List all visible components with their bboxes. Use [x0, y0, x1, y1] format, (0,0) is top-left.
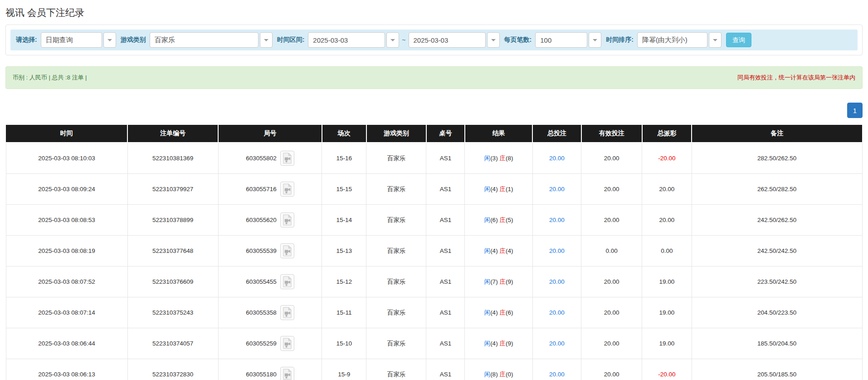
cell-game-type: 百家乐 [366, 205, 426, 236]
cell-result: 闲(8) 庄(0) [465, 359, 532, 380]
total-bet-link[interactable]: 20.00 [549, 186, 565, 192]
result-player: 闲(4) [484, 247, 498, 254]
page-size-dropdown-button[interactable] [589, 32, 601, 48]
cell-table-no: AS1 [426, 174, 465, 205]
cell-game-type: 百家乐 [366, 359, 426, 380]
round-no-wrap: 603055620 [221, 212, 319, 227]
date-separator: ~ [402, 36, 405, 44]
cell-game-type: 百家乐 [366, 174, 426, 205]
chevron-down-icon [713, 39, 717, 41]
play-video-button[interactable] [280, 243, 294, 258]
date-from-value[interactable]: 2025-03-03 [308, 32, 385, 48]
play-video-button[interactable] [280, 274, 294, 289]
table-row: 2025-03-03 08:08:53522310378899603055620… [6, 205, 862, 236]
cell-result: 闲(4) 庄(4) [465, 236, 532, 266]
banker-count: (1) [506, 186, 513, 192]
filter-panel: 请选择: 日期查询 游戏类别 百家乐 时间区间: 2025-03-03 ~ 20… [5, 25, 863, 55]
round-no-text: 603055180 [246, 371, 277, 378]
play-video-button[interactable] [280, 367, 294, 380]
date-to-dropdown-button[interactable] [487, 32, 500, 48]
total-bet-link[interactable]: 20.00 [549, 278, 565, 285]
table-row: 2025-03-03 08:06:44522310374057603055259… [6, 328, 862, 359]
cell-session: 15-13 [322, 236, 366, 266]
page-1-button[interactable]: 1 [847, 103, 863, 118]
total-bet-link[interactable]: 20.00 [549, 309, 565, 316]
column-header: 结果 [465, 125, 532, 143]
round-no-text: 603055358 [246, 309, 277, 316]
cell-payout: 20.00 [642, 205, 692, 236]
play-video-button[interactable] [280, 305, 294, 320]
result-banker: 庄(4) [499, 247, 513, 254]
date-from-dropdown-button[interactable] [386, 32, 399, 48]
total-bet-link[interactable]: 20.00 [549, 217, 565, 223]
cell-bet-no: 522310374057 [127, 328, 218, 359]
cell-time: 2025-03-03 08:08:19 [6, 236, 127, 266]
round-no-text: 603055716 [246, 186, 277, 192]
date-from-select[interactable]: 2025-03-03 [308, 32, 399, 48]
cell-total-bet: 20.00 [532, 359, 581, 380]
cell-game-type: 百家乐 [366, 328, 426, 359]
player-count: (8) [490, 371, 498, 378]
sort-select[interactable]: 降幂(由大到小) [637, 32, 722, 48]
cell-game-type: 百家乐 [366, 143, 426, 174]
query-type-select[interactable]: 日期查询 [41, 32, 116, 48]
currency-total-info: 币别 : 人民币 | 总共 :8 注单 | [13, 74, 87, 82]
video-file-icon [283, 276, 292, 287]
play-video-button[interactable] [280, 151, 294, 166]
result-banker: 庄(9) [499, 278, 513, 285]
round-no-wrap: 603055180 [221, 367, 319, 380]
banker-char: 庄 [499, 247, 506, 254]
cell-total-bet: 20.00 [532, 266, 581, 297]
result-player: 闲(4) [484, 186, 498, 192]
date-to-select[interactable]: 2025-03-03 [409, 32, 500, 48]
play-video-button[interactable] [280, 212, 294, 227]
player-count: (4) [490, 309, 498, 316]
sort-value[interactable]: 降幂(由大到小) [637, 32, 707, 48]
banker-count: (0) [506, 371, 513, 378]
column-header: 桌号 [426, 125, 465, 143]
cell-valid-bet: 20.00 [581, 297, 642, 328]
player-char: 闲 [484, 247, 491, 254]
column-header: 局号 [218, 125, 322, 143]
video-file-icon [283, 369, 292, 380]
game-type-select[interactable]: 百家乐 [150, 32, 273, 48]
bet-records-table: 时间注单编号局号场次游戏类别桌号结果总投注有效投注总派彩备注 2025-03-0… [5, 125, 863, 380]
play-video-button[interactable] [280, 336, 294, 351]
total-bet-link[interactable]: 20.00 [549, 247, 565, 254]
table-row: 2025-03-03 08:07:52522310376609603055455… [6, 266, 862, 297]
cell-remark: 242.50/242.50 [692, 236, 862, 266]
game-type-dropdown-button[interactable] [260, 32, 273, 48]
cell-bet-no: 522310377648 [127, 236, 218, 266]
cell-bet-no: 522310375243 [127, 297, 218, 328]
cell-time: 2025-03-03 08:06:13 [6, 359, 127, 380]
query-type-dropdown-button[interactable] [103, 32, 116, 48]
cell-result: 闲(7) 庄(9) [465, 266, 532, 297]
cell-valid-bet: 20.00 [581, 359, 642, 380]
cell-round-no: 603055455 [218, 266, 322, 297]
query-type-value[interactable]: 日期查询 [41, 32, 102, 48]
header-row: 时间注单编号局号场次游戏类别桌号结果总投注有效投注总派彩备注 [6, 125, 862, 143]
page-size-value[interactable]: 100 [535, 32, 587, 48]
game-type-value[interactable]: 百家乐 [150, 32, 258, 48]
cell-session: 15-12 [322, 266, 366, 297]
sort-dropdown-button[interactable] [709, 32, 722, 48]
cell-result: 闲(4) 庄(9) [465, 328, 532, 359]
video-file-icon [283, 214, 292, 226]
total-bet-link[interactable]: 20.00 [549, 340, 565, 347]
cell-session: 15-15 [322, 174, 366, 205]
play-video-button[interactable] [280, 182, 294, 197]
round-no-wrap: 603055259 [221, 336, 319, 351]
game-type-label: 游戏类别 [121, 36, 146, 44]
cell-game-type: 百家乐 [366, 236, 426, 266]
total-bet-link[interactable]: 20.00 [549, 155, 565, 162]
result-banker: 庄(0) [499, 371, 513, 378]
date-to-value[interactable]: 2025-03-03 [409, 32, 486, 48]
cell-remark: 282.50/262.50 [692, 143, 862, 174]
round-no-wrap: 603055716 [221, 182, 319, 197]
search-button[interactable]: 查询 [726, 33, 751, 47]
table-row: 2025-03-03 08:09:24522310379927603055716… [6, 174, 862, 205]
page-size-select[interactable]: 100 [535, 32, 601, 48]
cell-result: 闲(6) 庄(5) [465, 205, 532, 236]
total-bet-link[interactable]: 20.00 [549, 371, 565, 378]
banker-char: 庄 [499, 309, 506, 316]
